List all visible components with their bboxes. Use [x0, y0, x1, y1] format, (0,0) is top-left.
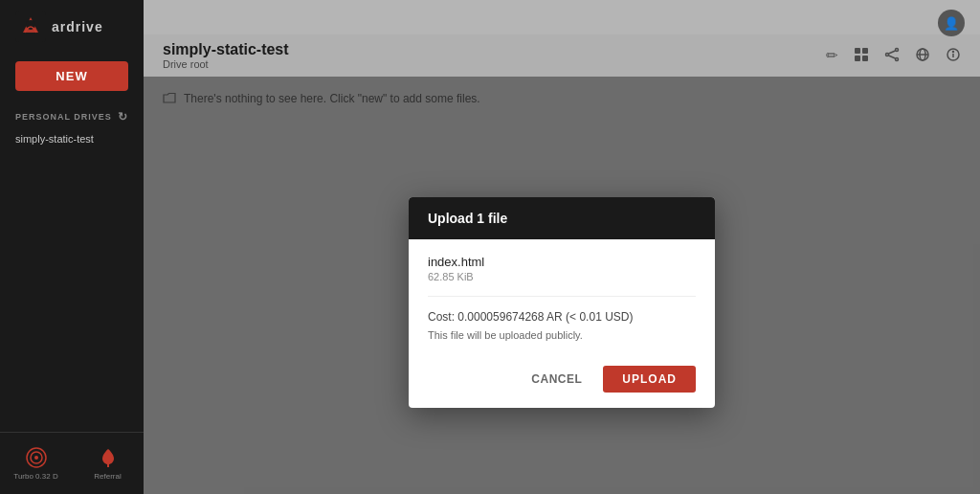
refresh-icon[interactable]: ↻ — [118, 110, 128, 124]
svg-point-20 — [953, 51, 954, 52]
cancel-button[interactable]: CANCEL — [522, 366, 591, 393]
breadcrumb: simply-static-test Drive root — [163, 41, 289, 70]
file-info: index.html 62.85 KiB — [428, 255, 696, 297]
page-title: simply-static-test — [163, 41, 289, 58]
svg-point-4 — [34, 456, 38, 460]
file-name: index.html — [428, 255, 696, 269]
ardrive-logo — [15, 11, 46, 42]
turbo-label: Turbo 0.32 D — [13, 472, 57, 481]
share-icon[interactable] — [884, 47, 900, 65]
content-area: There's nothing to see here. Click "new"… — [144, 77, 980, 494]
referral-footer-item[interactable]: Referral — [72, 440, 144, 486]
svg-line-13 — [889, 51, 896, 54]
logo-area: ardrive — [0, 0, 144, 54]
svg-rect-7 — [862, 48, 868, 54]
header-row: 👤 — [144, 0, 980, 34]
info-icon[interactable] — [946, 47, 961, 65]
modal-overlay: Upload 1 file index.html 62.85 KiB Cost:… — [144, 77, 980, 494]
dialog-header: Upload 1 file — [409, 197, 715, 239]
svg-point-10 — [896, 48, 899, 51]
profile-icon[interactable]: 👤 — [938, 10, 965, 36]
new-button[interactable]: NEW — [15, 61, 128, 91]
toolbar-icons: ✏ — [826, 47, 961, 65]
upload-button[interactable]: UPLOAD — [603, 366, 696, 393]
svg-point-11 — [886, 53, 889, 56]
svg-line-14 — [889, 56, 896, 58]
app-name-label: ardrive — [52, 19, 103, 34]
cost-info: Cost: 0.000059674268 AR (< 0.01 USD) — [428, 310, 696, 324]
main-content: 👤 simply-static-test Drive root ✏ — [144, 0, 980, 494]
dialog-footer: CANCEL UPLOAD — [409, 356, 715, 408]
svg-rect-6 — [855, 48, 860, 54]
turbo-footer-item[interactable]: Turbo 0.32 D — [0, 440, 72, 486]
svg-rect-9 — [862, 56, 868, 61]
edit-icon[interactable]: ✏ — [826, 47, 838, 64]
file-size: 62.85 KiB — [428, 271, 696, 282]
sidebar-item-drive[interactable]: simply-static-test — [0, 127, 144, 150]
referral-label: Referral — [94, 472, 121, 481]
svg-point-12 — [896, 57, 899, 60]
dialog-title: Upload 1 file — [428, 211, 507, 226]
toolbar: simply-static-test Drive root ✏ — [144, 34, 980, 77]
turbo-icon — [25, 446, 48, 469]
grid-icon[interactable] — [854, 47, 869, 65]
public-notice: This file will be uploaded publicly. — [428, 329, 696, 341]
referral-icon — [97, 446, 120, 469]
globe-icon[interactable] — [915, 47, 930, 65]
upload-dialog: Upload 1 file index.html 62.85 KiB Cost:… — [409, 197, 715, 408]
dialog-body: index.html 62.85 KiB Cost: 0.00005967426… — [409, 239, 715, 356]
page-subtitle: Drive root — [163, 58, 289, 70]
sidebar-footer: Turbo 0.32 D Referral — [0, 432, 144, 494]
personal-drives-label: PERSONAL DRIVES ↻ — [0, 99, 144, 127]
svg-rect-8 — [855, 56, 860, 61]
